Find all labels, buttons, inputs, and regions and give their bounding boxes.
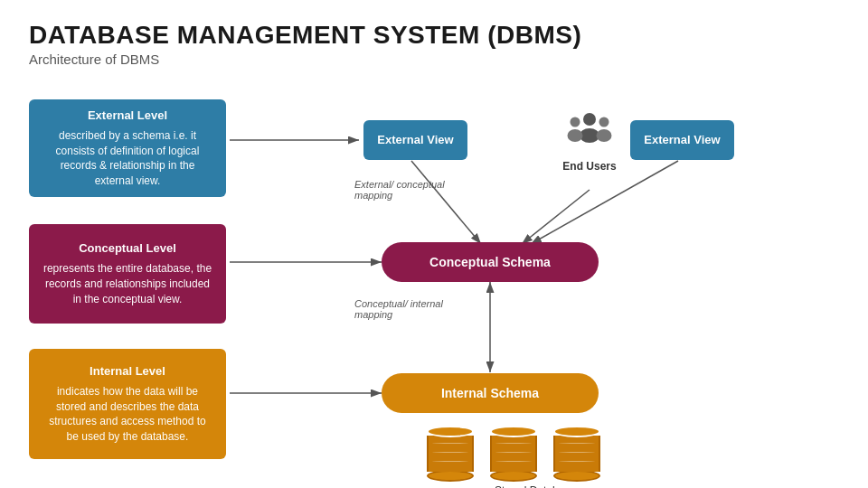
conceptual-level-title: Conceptual Level (42, 240, 213, 257)
external-conceptual-mapping: External/ conceptual mapping (354, 179, 445, 201)
external-view-1: External View (363, 120, 467, 160)
external-level-box: External Level described by a schema i.e… (29, 99, 226, 197)
main-title: DATABASE MANAGEMENT SYSTEM (DBMS) (29, 22, 839, 50)
svg-line-7 (531, 161, 678, 244)
cylinder-3 (553, 426, 600, 482)
conceptual-internal-mapping: Conceptual/ internal mapping (354, 298, 454, 320)
internal-schema-pill: Internal Schema (382, 373, 599, 413)
svg-point-13 (599, 117, 609, 127)
cylinder-2 (490, 426, 537, 482)
svg-line-5 (411, 161, 481, 244)
end-users-icon (562, 108, 617, 158)
svg-line-6 (522, 190, 590, 244)
external-level-desc: described by a schema i.e. it consists o… (42, 128, 213, 189)
end-users-label: End Users (562, 160, 616, 173)
stored-database-label: Stored Database (436, 484, 635, 488)
end-users-group: End Users (553, 108, 626, 173)
external-view-2: External View (630, 120, 734, 160)
internal-level-desc: indicates how the data will be stored an… (42, 384, 213, 445)
stored-database-group (427, 426, 600, 482)
internal-level-title: Internal Level (42, 363, 213, 380)
conceptual-level-desc: represents the entire database, the reco… (42, 261, 213, 306)
svg-point-11 (571, 117, 580, 127)
cylinder-1 (427, 426, 474, 482)
page: DATABASE MANAGEMENT SYSTEM (DBMS) Archit… (0, 0, 868, 488)
internal-level-box: Internal Level indicates how the data wi… (29, 349, 226, 459)
svg-point-9 (583, 113, 596, 126)
diagram-area: External Level described by a schema i.e… (29, 72, 839, 488)
svg-point-12 (568, 129, 583, 142)
svg-point-14 (597, 129, 612, 142)
conceptual-schema-pill: Conceptual Schema (382, 242, 599, 282)
sub-title: Architecture of DBMS (29, 52, 839, 67)
external-level-title: External Level (42, 108, 213, 124)
conceptual-level-box: Conceptual Level represents the entire d… (29, 224, 226, 324)
